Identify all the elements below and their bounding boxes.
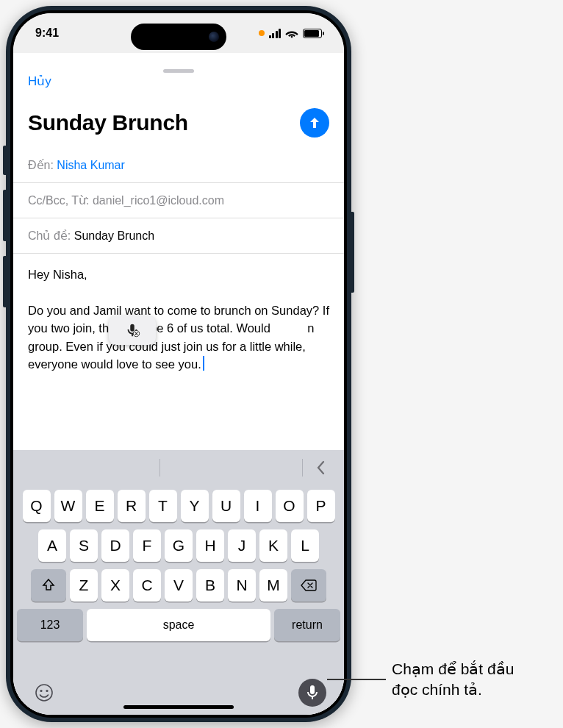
- key-b[interactable]: B: [196, 569, 224, 602]
- callout: Chạm để bắt đầu đọc chính tả.: [327, 659, 553, 701]
- emoji-icon: [34, 682, 54, 703]
- chevron-left-icon: [316, 460, 326, 475]
- key-k[interactable]: K: [259, 529, 287, 562]
- subject-label: Chủ đề:: [28, 229, 71, 242]
- kb-row-3: ZXCVBNM: [17, 569, 340, 602]
- emoji-button[interactable]: [31, 679, 57, 706]
- key-j[interactable]: J: [228, 529, 256, 562]
- shift-icon: [41, 578, 56, 593]
- arrow-up-icon: [307, 115, 322, 130]
- key-u[interactable]: U: [212, 490, 240, 522]
- screen: 9:41 Hủy Sunday Brunch: [13, 13, 344, 715]
- shift-key[interactable]: [31, 569, 66, 602]
- kb-row-2: ASDFGHJKL: [17, 529, 340, 562]
- to-value: Nisha Kumar: [57, 159, 124, 171]
- key-c[interactable]: C: [133, 569, 161, 602]
- cc-label: Cc/Bcc, Từ:: [28, 194, 90, 207]
- front-camera: [209, 32, 219, 42]
- key-x[interactable]: X: [101, 569, 129, 602]
- keyboard-rows: QWERTYUIOP ASDFGHJKL ZXCVBNM 123 space r…: [13, 485, 344, 672]
- body-textarea[interactable]: Hey Nisha, Do you and Jamil want to come…: [13, 254, 344, 385]
- battery-icon: [303, 29, 322, 38]
- volume-up: [3, 190, 7, 241]
- callout-line-2: đọc chính tả.: [392, 679, 553, 700]
- key-h[interactable]: H: [196, 529, 224, 562]
- dynamic-island: [131, 24, 226, 50]
- compose-title: Sunday Brunch: [28, 110, 188, 135]
- keyboard: QWERTYUIOP ASDFGHJKL ZXCVBNM 123 space r…: [13, 450, 344, 715]
- text-cursor: [203, 356, 204, 371]
- mute-switch: [3, 146, 7, 175]
- status-time: 9:41: [35, 26, 59, 40]
- space-key[interactable]: space: [87, 609, 270, 641]
- cellular-icon: [269, 29, 282, 38]
- compose-card: Hủy Sunday Brunch Đến: Nisha Kumar Cc/Bc…: [13, 63, 344, 715]
- cc-bcc-from-field[interactable]: Cc/Bcc, Từ: daniel_rico1@icloud.com: [13, 183, 344, 218]
- divider: [302, 459, 303, 477]
- key-a[interactable]: A: [38, 529, 66, 562]
- key-g[interactable]: G: [165, 529, 193, 562]
- callout-text: Chạm để bắt đầu đọc chính tả.: [392, 659, 553, 701]
- compose-header: Sunday Brunch: [13, 79, 344, 148]
- to-label: Đến:: [28, 159, 54, 171]
- phone-frame: 9:41 Hủy Sunday Brunch: [6, 6, 351, 722]
- key-v[interactable]: V: [165, 569, 193, 602]
- delete-icon: [301, 579, 317, 591]
- key-w[interactable]: W: [54, 490, 82, 522]
- key-t[interactable]: T: [149, 490, 177, 522]
- key-z[interactable]: Z: [70, 569, 98, 602]
- subject-field[interactable]: Chủ đề: Sunday Brunch: [13, 218, 344, 254]
- subject-value: Sunday Brunch: [74, 229, 154, 242]
- status-icons: [259, 29, 323, 38]
- volume-down: [3, 256, 7, 307]
- grabber[interactable]: [163, 69, 194, 73]
- callout-line-1: Chạm để bắt đầu: [392, 659, 553, 679]
- key-l[interactable]: L: [291, 529, 319, 562]
- key-q[interactable]: Q: [23, 490, 51, 522]
- key-p[interactable]: P: [307, 490, 335, 522]
- dictation-popup[interactable]: [109, 315, 156, 345]
- svg-point-3: [46, 690, 48, 692]
- callout-leader-line: [327, 679, 386, 680]
- key-m[interactable]: M: [259, 569, 287, 602]
- dictation-button[interactable]: [298, 679, 326, 707]
- key-e[interactable]: E: [86, 490, 114, 522]
- send-button[interactable]: [300, 108, 329, 138]
- from-value: daniel_rico1@icloud.com: [93, 194, 224, 207]
- divider: [159, 459, 160, 477]
- svg-point-2: [40, 690, 42, 692]
- key-f[interactable]: F: [133, 529, 161, 562]
- kb-row-1: QWERTYUIOP: [17, 490, 340, 522]
- key-y[interactable]: Y: [181, 490, 209, 522]
- wifi-icon: [285, 29, 298, 38]
- key-i[interactable]: I: [244, 490, 272, 522]
- svg-point-1: [36, 685, 52, 701]
- key-s[interactable]: S: [70, 529, 98, 562]
- key-n[interactable]: N: [228, 569, 256, 602]
- cancel-button[interactable]: Hủy: [28, 74, 51, 89]
- microphone-icon: [306, 685, 319, 701]
- mic-cancel-icon: [124, 322, 140, 338]
- to-field[interactable]: Đến: Nisha Kumar: [13, 148, 344, 183]
- collapse-suggest-button[interactable]: [307, 455, 335, 480]
- number-key[interactable]: 123: [17, 609, 83, 641]
- kb-row-4: 123 space return: [17, 609, 340, 641]
- status-bar: 9:41: [13, 13, 344, 53]
- key-r[interactable]: R: [118, 490, 146, 522]
- side-button: [350, 212, 354, 293]
- key-d[interactable]: D: [101, 529, 129, 562]
- home-indicator[interactable]: [123, 705, 234, 709]
- delete-key[interactable]: [291, 569, 326, 602]
- key-o[interactable]: O: [276, 490, 304, 522]
- return-key[interactable]: return: [274, 609, 340, 641]
- mic-indicator-icon: [259, 30, 265, 36]
- keyboard-suggest-bar: [13, 450, 344, 485]
